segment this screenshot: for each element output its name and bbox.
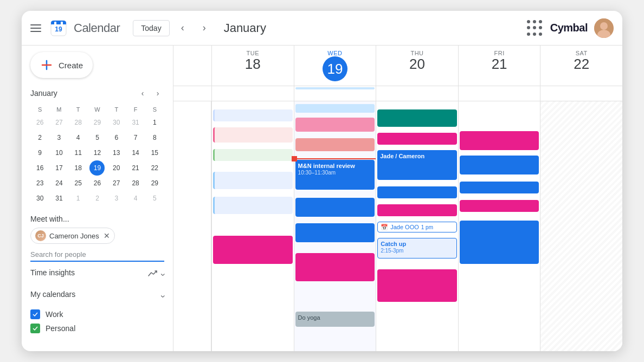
personal-calendar-checkbox[interactable] [30, 324, 40, 333]
day-col-wed[interactable]: M&N internal review 10:30–11:30am Do yog… [294, 101, 376, 351]
time-insights-header[interactable]: Time insights › [30, 268, 164, 281]
next-month-button[interactable]: › [196, 20, 213, 37]
event-thu-jadecameron[interactable]: Jade / Cameron [377, 150, 457, 180]
work-calendar-checkbox[interactable] [30, 309, 40, 319]
event-thu-1[interactable] [377, 109, 457, 127]
mini-cal-cell[interactable]: 1 [70, 191, 86, 206]
event-thu-3[interactable] [377, 186, 457, 198]
mini-cal-cell[interactable]: 11 [70, 145, 86, 160]
mini-cal-cell[interactable]: 23 [33, 176, 48, 191]
mini-cal-cell[interactable]: 28 [128, 176, 143, 191]
cal-header-row: TUE 18 WED 19 THU 20 FRI 21 [173, 46, 622, 86]
mini-cal-cell[interactable]: 30 [33, 191, 48, 206]
mini-cal-cell[interactable]: 3 [109, 191, 124, 206]
calendar-item-work[interactable]: Work [30, 307, 164, 321]
mini-cal-cell[interactable]: 15 [147, 145, 162, 160]
mini-cal-cell[interactable]: 26 [89, 176, 105, 191]
mini-cal-cell[interactable]: 31 [128, 115, 143, 130]
event-tue-1[interactable] [213, 109, 293, 121]
mini-cal-cell[interactable]: 2 [33, 130, 48, 145]
apps-icon[interactable] [526, 20, 544, 37]
all-day-event-wed[interactable] [295, 87, 375, 89]
event-tue-2[interactable] [213, 127, 293, 143]
event-thu-jadeooo[interactable]: 📅 Jade OOO 1 pm [377, 222, 457, 232]
event-thu-4[interactable] [377, 204, 457, 216]
mini-cal-cell[interactable]: 30 [109, 115, 124, 130]
day-col-tue[interactable] [211, 101, 294, 351]
all-day-row [173, 86, 622, 101]
time-insights-controls: › [147, 269, 164, 280]
mini-cal-cell[interactable]: 9 [33, 145, 48, 160]
mini-cal-cell[interactable]: 26 [33, 115, 48, 130]
day-col-thu[interactable]: Jade / Cameron 📅 Jade OOO 1 pm Catch up … [376, 101, 458, 351]
chip-close-button[interactable]: ✕ [104, 231, 110, 240]
mini-cal-cell[interactable]: 22 [147, 160, 162, 176]
create-button[interactable]: Create [30, 52, 93, 78]
mini-cal-cell[interactable]: 4 [70, 130, 86, 145]
event-wed-6[interactable] [295, 253, 375, 281]
mini-cal-cell[interactable]: 14 [128, 145, 143, 160]
event-tue-5[interactable] [213, 197, 293, 214]
day-col-fri[interactable] [458, 101, 540, 351]
event-fri-2[interactable] [460, 156, 539, 174]
mini-cal-cell[interactable]: 27 [51, 115, 67, 130]
mini-cal-cell[interactable]: 10 [51, 145, 67, 160]
event-wed-mnreview[interactable]: M&N internal review 10:30–11:30am [295, 160, 375, 190]
event-wed-2[interactable] [295, 118, 375, 132]
event-tue-4[interactable] [213, 172, 293, 189]
event-wed-5[interactable] [295, 223, 375, 242]
mini-cal-cell[interactable]: 18 [70, 160, 86, 176]
mini-cal-cell[interactable]: 29 [89, 115, 105, 130]
event-thu-2[interactable] [377, 133, 457, 145]
mini-cal-cell[interactable]: 28 [70, 115, 86, 130]
mini-cal-cell[interactable]: 7 [128, 130, 143, 145]
event-fri-5[interactable] [460, 221, 539, 264]
day-header-thu: THU 20 [376, 46, 458, 86]
mini-cal-cell[interactable]: 13 [109, 145, 124, 160]
hamburger-menu-icon[interactable] [30, 22, 43, 35]
event-wed-doyoga[interactable]: Do yoga [295, 312, 375, 327]
event-fri-3[interactable] [460, 182, 539, 193]
mini-cal-cell[interactable]: 29 [147, 176, 162, 191]
mini-cal-cell[interactable]: 24 [51, 176, 67, 191]
mini-cal-cell[interactable]: 6 [109, 130, 124, 145]
mini-cal-cell[interactable]: 25 [70, 176, 86, 191]
mini-cal-cell[interactable]: 17 [51, 160, 67, 176]
mini-cal-cell[interactable]: 20 [109, 160, 124, 176]
mini-cal-cell[interactable]: 1 [147, 115, 162, 130]
event-tue-3[interactable] [213, 149, 293, 161]
mini-cal-cell[interactable]: 21 [128, 160, 143, 176]
event-thu-5[interactable] [377, 269, 457, 302]
time-insights-left: Time insights [30, 268, 75, 281]
event-thu-catchup[interactable]: Catch up 2:15-3pm [377, 238, 457, 258]
mini-cal-today-cell[interactable]: 19 [89, 160, 105, 176]
mini-next-button[interactable]: › [151, 87, 164, 100]
mini-cal-cell[interactable]: 31 [51, 191, 67, 206]
mini-cal-cell[interactable]: 3 [51, 130, 67, 145]
mini-cal-cell[interactable]: 8 [147, 130, 162, 145]
prev-month-button[interactable]: ‹ [174, 20, 191, 37]
day-col-sat[interactable] [540, 101, 622, 351]
month-title: January [224, 21, 289, 35]
mini-cal-cell[interactable]: 12 [89, 145, 105, 160]
event-wed-3[interactable] [295, 138, 375, 151]
mini-cal-cell[interactable]: 5 [147, 191, 162, 206]
event-wed-4[interactable] [295, 198, 375, 217]
mini-cal-cell[interactable]: 16 [33, 160, 48, 176]
calendar-item-personal[interactable]: Personal [30, 321, 164, 335]
mini-cal-cell[interactable]: 27 [109, 176, 124, 191]
event-wed-1[interactable] [295, 104, 375, 113]
avatar[interactable] [594, 18, 614, 38]
svg-point-8 [600, 22, 608, 30]
mini-cal-cell[interactable]: 4 [128, 191, 143, 206]
mini-cal-cell[interactable]: 2 [89, 191, 105, 206]
today-button[interactable]: Today [133, 20, 169, 36]
event-fri-4[interactable] [460, 200, 539, 212]
event-tue-6[interactable] [213, 236, 293, 264]
event-fri-1[interactable] [460, 131, 539, 150]
work-calendar-label: Work [46, 310, 63, 319]
mini-cal-cell[interactable]: 5 [89, 130, 105, 145]
search-people-input[interactable] [30, 248, 164, 262]
mini-prev-button[interactable]: ‹ [136, 87, 149, 100]
calendars-chevron-icon[interactable]: › [158, 295, 168, 298]
